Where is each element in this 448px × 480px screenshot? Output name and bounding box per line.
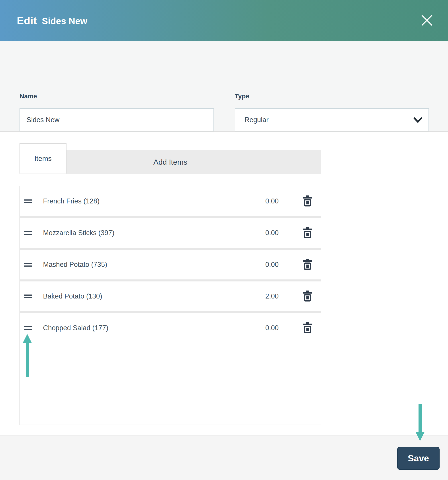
item-price: 2.00 xyxy=(265,292,279,300)
item-price: 0.00 xyxy=(265,324,279,332)
list-item: French Fries (128) 0.00 xyxy=(20,186,321,216)
annotation-arrow-down-stem xyxy=(419,404,422,432)
type-select-value: Regular xyxy=(244,116,269,124)
delete-item-button[interactable] xyxy=(302,196,313,207)
drag-handle-icon[interactable] xyxy=(24,295,32,298)
item-price: 0.00 xyxy=(265,229,279,237)
list-item: Mashed Potato (735) 0.00 xyxy=(20,250,321,279)
name-input[interactable] xyxy=(20,108,214,131)
delete-item-button[interactable] xyxy=(302,227,313,239)
modal-action-label: Edit xyxy=(17,14,37,27)
list-item: Baked Potato (130) 2.00 xyxy=(20,282,321,311)
trash-icon xyxy=(302,290,313,303)
item-name: Baked Potato (130) xyxy=(43,292,102,300)
drag-handle-icon[interactable] xyxy=(24,199,32,203)
close-button[interactable] xyxy=(420,14,434,28)
drag-handle-icon[interactable] xyxy=(24,263,32,267)
list-item: Mozzarella Sticks (397) 0.00 xyxy=(20,218,321,248)
type-select[interactable]: Regular xyxy=(235,108,429,131)
item-price: 0.00 xyxy=(265,261,279,268)
tab-panel-items: Add Items French Fries (128) 0.00 xyxy=(0,132,448,435)
type-field-label: Type xyxy=(235,93,249,100)
trash-icon xyxy=(302,195,313,207)
drag-handle-icon[interactable] xyxy=(24,326,32,330)
item-price: 0.00 xyxy=(265,197,279,205)
item-name: French Fries (128) xyxy=(43,197,100,205)
annotation-arrow-up-stem xyxy=(26,343,29,377)
name-field-label: Name xyxy=(20,93,37,100)
row-divider xyxy=(20,216,321,218)
modal-title: Edit Sides New xyxy=(17,14,87,27)
drag-handle-icon[interactable] xyxy=(24,231,32,235)
item-name: Mashed Potato (735) xyxy=(43,261,107,268)
edit-category-modal: Edit Sides New Name Type Regular xyxy=(0,0,448,480)
annotation-arrow-up xyxy=(23,334,32,343)
item-list: French Fries (128) 0.00 xyxy=(20,186,321,425)
row-divider xyxy=(20,279,321,282)
row-divider xyxy=(20,311,321,313)
modal-entity-title: Sides New xyxy=(42,16,87,26)
chevron-down-icon xyxy=(413,117,422,124)
annotation-arrow-down xyxy=(415,432,425,441)
trash-icon xyxy=(302,322,313,334)
item-name: Mozzarella Sticks (397) xyxy=(43,229,114,237)
row-divider xyxy=(20,248,321,250)
modal-footer: Save xyxy=(0,435,448,480)
add-items-label: Add Items xyxy=(153,158,187,166)
tab-items-label: Items xyxy=(34,155,52,163)
form-section: Name Type Regular Items Display Offers P… xyxy=(0,41,448,132)
item-name: Chopped Salad (177) xyxy=(43,324,108,332)
delete-item-button[interactable] xyxy=(302,322,313,334)
delete-item-button[interactable] xyxy=(302,259,313,270)
delete-item-button[interactable] xyxy=(302,290,313,302)
list-item: Chopped Salad (177) 0.00 xyxy=(20,313,321,425)
tab-items[interactable]: Items xyxy=(20,143,66,174)
trash-icon xyxy=(302,227,313,239)
close-icon xyxy=(420,14,433,28)
trash-icon xyxy=(302,259,313,271)
save-button[interactable]: Save xyxy=(397,447,440,470)
modal-header: Edit Sides New xyxy=(0,0,448,41)
